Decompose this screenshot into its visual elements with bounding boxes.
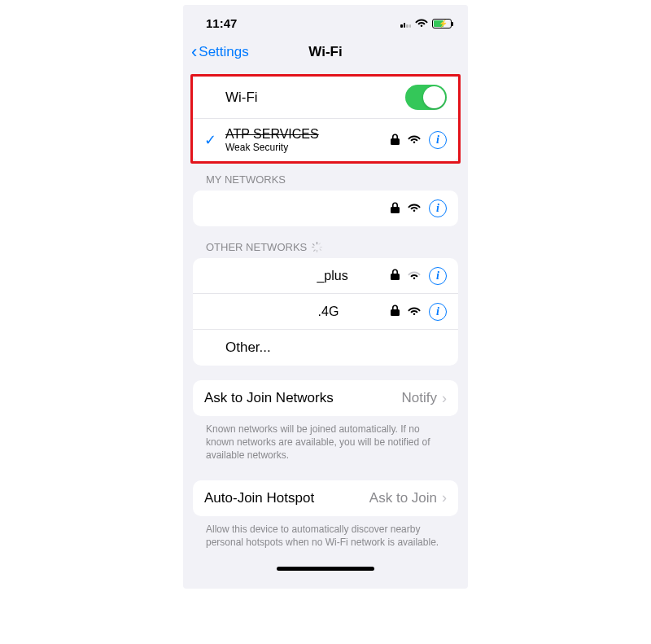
wifi-main-group: Wi-Fi ✓ ATP SERVICES Weak Security: [193, 77, 458, 161]
other-network-row[interactable]: .4G i: [193, 294, 458, 330]
lock-icon: [391, 134, 400, 147]
lock-icon: [391, 269, 400, 283]
auto-join-row[interactable]: Auto-Join Hotspot Ask to Join ›: [193, 480, 458, 516]
status-indicators: ⚡: [400, 16, 452, 30]
status-time: 11:47: [206, 16, 237, 30]
auto-join-label: Auto-Join Hotspot: [204, 490, 369, 506]
auto-join-footer: Allow this device to automatically disco…: [206, 523, 445, 549]
auto-join-value: Ask to Join: [369, 490, 437, 506]
wifi-signal-icon: [408, 133, 421, 147]
other-network-row[interactable]: _plus i: [193, 258, 458, 294]
other-networks-label: OTHER NETWORKS: [206, 241, 307, 253]
chevron-right-icon: ›: [442, 489, 447, 506]
other-label: Other...: [225, 340, 447, 356]
info-icon[interactable]: i: [429, 267, 447, 285]
auto-join-group: Auto-Join Hotspot Ask to Join ›: [193, 480, 458, 516]
info-icon[interactable]: i: [429, 131, 447, 149]
wifi-signal-icon: [408, 304, 421, 319]
other-networks-header: OTHER NETWORKS: [206, 241, 445, 253]
ask-to-join-group: Ask to Join Networks Notify ›: [193, 380, 458, 416]
back-button[interactable]: ‹ Settings: [191, 42, 249, 63]
svg-rect-9: [318, 243, 321, 245]
my-network-row[interactable]: i: [193, 191, 458, 226]
spinner-icon: [312, 242, 322, 252]
wifi-signal-icon: [408, 201, 421, 216]
svg-point-2: [413, 209, 416, 212]
status-bar: 11:47 ⚡: [183, 5, 468, 35]
lock-icon: [391, 304, 400, 318]
svg-rect-8: [319, 248, 321, 251]
other-networks-group: _plus i .4G: [193, 258, 458, 366]
other-network-manual-row[interactable]: Other...: [193, 330, 458, 366]
svg-point-1: [413, 141, 416, 143]
ask-to-join-footer: Known networks will be joined automatica…: [206, 423, 445, 462]
svg-rect-6: [320, 247, 322, 248]
battery-icon: ⚡: [432, 19, 452, 28]
connected-network-row[interactable]: ✓ ATP SERVICES Weak Security i: [193, 119, 458, 161]
wifi-signal-weak-icon: [408, 269, 421, 283]
my-networks-group: i: [193, 191, 458, 226]
checkmark-icon: ✓: [204, 131, 216, 149]
wifi-toggle-row[interactable]: Wi-Fi: [193, 77, 458, 119]
svg-rect-3: [317, 242, 317, 244]
network-ssid: .4G: [318, 304, 339, 319]
info-icon[interactable]: i: [429, 199, 447, 217]
back-label: Settings: [199, 44, 248, 60]
wifi-toggle-label: Wi-Fi: [225, 90, 405, 106]
wifi-toggle[interactable]: [405, 85, 447, 110]
ask-to-join-value: Notify: [402, 390, 437, 406]
chevron-right-icon: ›: [442, 390, 447, 407]
connected-ssid: ATP SERVICES: [225, 127, 391, 142]
ask-to-join-label: Ask to Join Networks: [204, 390, 402, 406]
highlight-annotation: Wi-Fi ✓ ATP SERVICES Weak Security: [190, 74, 461, 164]
nav-bar: ‹ Settings Wi-Fi: [183, 35, 468, 72]
connected-subtitle: Weak Security: [225, 142, 391, 153]
svg-rect-7: [312, 243, 315, 246]
chevron-left-icon: ‹: [191, 42, 197, 63]
page-title: Wi-Fi: [308, 44, 342, 60]
svg-point-12: [413, 313, 416, 315]
info-icon[interactable]: i: [429, 303, 447, 321]
svg-rect-4: [317, 250, 317, 252]
wifi-status-icon: [415, 16, 428, 30]
svg-point-11: [413, 277, 416, 279]
svg-point-0: [421, 24, 423, 27]
my-networks-header: MY NETWORKS: [206, 173, 445, 186]
home-indicator[interactable]: [277, 567, 374, 571]
network-ssid: _plus: [317, 269, 347, 283]
svg-rect-10: [313, 249, 316, 252]
svg-rect-5: [312, 247, 314, 248]
cellular-signal-icon: [400, 20, 411, 28]
ask-to-join-row[interactable]: Ask to Join Networks Notify ›: [193, 380, 458, 416]
lock-icon: [391, 202, 400, 216]
phone-screen: 11:47 ⚡ ‹ Settings Wi-Fi Wi-Fi: [183, 5, 468, 589]
